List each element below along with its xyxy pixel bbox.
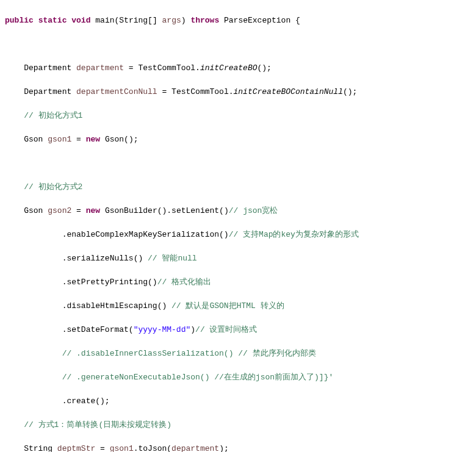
code-line: Department department = TestCommTool.ini… — [5, 62, 471, 74]
code-line: public static void main(String[] args) t… — [5, 15, 471, 27]
code-line: Gson gson1 = new Gson(); — [5, 134, 471, 146]
code-line: .serializeNulls() // 智能null — [5, 253, 471, 265]
code-line: // 方式1：简单转换(日期未按规定转换) — [5, 419, 471, 431]
code-line: .disableHtmlEscaping() // 默认是GSON把HTML 转… — [5, 300, 471, 312]
code-line: .setPrettyPrinting()// 格式化输出 — [5, 276, 471, 289]
code-line: .enableComplexMapKeySerialization()// 支持… — [5, 229, 471, 241]
code-line: Gson gson2 = new GsonBuilder().setLenien… — [5, 205, 471, 217]
code-line: .setDateFormat("yyyy-MM-dd")// 设置时间格式 — [5, 324, 471, 336]
code-line: String deptmStr = gson1.toJson(departmen… — [5, 443, 471, 453]
code-line: // 初始化方式1 — [5, 110, 471, 122]
code-block: public static void main(String[] args) t… — [0, 0, 476, 452]
code-line: Department departmentConNull = TestCommT… — [5, 86, 471, 98]
code-line: // .disableInnerClassSerialization() // … — [5, 348, 471, 360]
code-line: .create(); — [5, 395, 471, 407]
code-line: // 初始化方式2 — [5, 181, 471, 193]
code-line: // .generateNonExecutableJson() //在生成的js… — [5, 371, 471, 384]
